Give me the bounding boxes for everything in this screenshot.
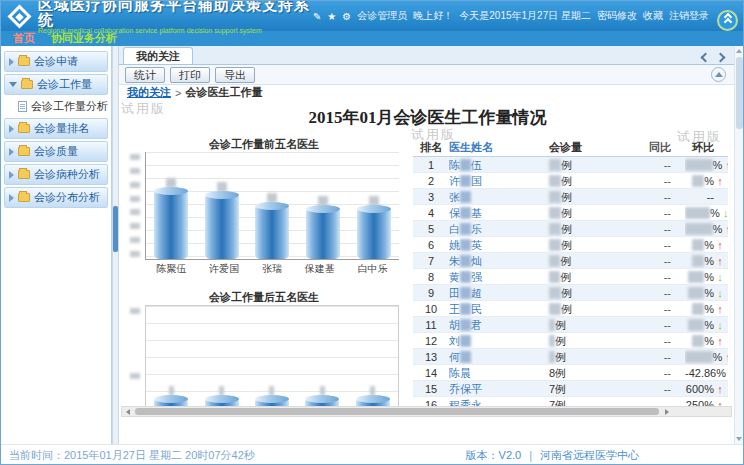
doctor-name-link[interactable]: 何飞 [449, 349, 535, 364]
y-axis-tick-label [130, 237, 140, 243]
bar: 18 [205, 152, 239, 259]
rank-cell: 12 [413, 333, 449, 348]
page-title: 2015年01月会诊医生工作量情况 [125, 106, 730, 129]
toolbar: 统计打印导出 [119, 65, 734, 85]
volume-cell: 7例 [535, 381, 613, 396]
doctor-name-link[interactable]: 陈晨 [449, 365, 535, 380]
x-axis-label: 白中乐 [358, 262, 388, 276]
chevron-right-icon [9, 171, 14, 179]
sidebar-item-1[interactable]: 会诊工作量 [4, 74, 108, 95]
trend-up-icon: ↑ [722, 349, 728, 364]
edit-icon[interactable]: ✎ [313, 11, 321, 22]
app-title: 区域医疗协同服务平台辅助决策支持系统 [38, 0, 313, 27]
table-header-row: 排名医生姓名会诊量同比环比 [413, 137, 728, 157]
nav-tab-home[interactable]: 首页 [13, 31, 35, 46]
doctor-name-link[interactable]: 胡明君 [449, 317, 535, 332]
chevron-down-icon [9, 82, 17, 87]
mom-cell: 250%↑ [685, 397, 728, 406]
yoy-cell: -- [613, 221, 685, 236]
tab-my-focus[interactable]: 我的关注 [123, 47, 193, 64]
collapse-toolbar-button[interactable] [711, 67, 726, 82]
col-doctor-name: 医生姓名 [449, 137, 535, 156]
doctor-name-link[interactable]: 陈聚伍 [449, 157, 535, 172]
horizontal-scroll-thumb[interactable] [135, 408, 659, 415]
volume-cell: 18例 [535, 173, 613, 188]
sidebar-item-0[interactable]: 会诊申请 [4, 51, 108, 72]
mom-cell: 25%↑ [685, 301, 728, 316]
trend-down-icon: ↓ [714, 269, 726, 284]
table-row: 14陈晨8例---42.86%↓ [413, 365, 728, 381]
rank-cell: 8 [413, 269, 449, 284]
folder-icon [18, 124, 30, 133]
document-icon [18, 101, 27, 112]
horizontal-scrollbar[interactable] [121, 406, 732, 417]
doctor-workload-table: 排名医生姓名会诊量同比环比1陈聚伍19例--72.73%↑2许爱国18例--80… [413, 137, 728, 406]
volume-cell: 7例 [535, 397, 613, 406]
bar: 1 [154, 306, 188, 406]
export-button[interactable]: 导出 [215, 67, 255, 83]
tab-scroll-right-icon[interactable] [716, 53, 726, 63]
sidebar-collapse-handle[interactable] [113, 206, 118, 252]
scroll-left-icon[interactable] [122, 407, 133, 416]
change-password-link[interactable]: 密码修改 [597, 9, 637, 23]
volume-cell: 9例 [535, 349, 613, 364]
scroll-right-icon[interactable] [661, 407, 672, 416]
doctor-name-link[interactable]: 乔保平 [449, 381, 535, 396]
sidebar-leaf-2[interactable]: 会诊工作量分析 [15, 97, 108, 116]
yoy-cell: -- [613, 349, 685, 364]
tab-scroll-left-icon[interactable] [701, 53, 711, 63]
logout-link[interactable]: 注销登录 [669, 9, 709, 23]
col-volume: 会诊量 [535, 137, 613, 156]
bar-cylinder [255, 206, 289, 260]
star-icon[interactable]: ★ [327, 11, 336, 22]
vertical-scrollbar[interactable] [734, 46, 743, 444]
sidebar-item-5[interactable]: 会诊病种分析 [4, 164, 108, 185]
y-axis-tick-label [130, 154, 140, 160]
gear-icon[interactable]: ⚙ [342, 11, 351, 22]
stats-button[interactable]: 统计 [125, 67, 165, 83]
mom-cell: -12.5%↓ [685, 205, 728, 220]
rank-cell: 10 [413, 301, 449, 316]
sidebar-item-6[interactable]: 会诊分布分析 [4, 187, 108, 208]
doctor-name-link[interactable]: 姚秀英 [449, 237, 535, 252]
doctor-name-link[interactable]: 朱天灿 [449, 253, 535, 268]
doctor-name-link[interactable]: 黄建强 [449, 269, 535, 284]
chart-plot: 1918151414 [145, 152, 399, 260]
breadcrumb-root-link[interactable]: 我的关注 [127, 85, 171, 100]
sidebar-splitter[interactable] [112, 46, 119, 444]
trend-up-icon: ↑ [714, 173, 726, 188]
table-row: 5白中乐14例--33.33%↑ [413, 221, 728, 237]
scroll-up-icon[interactable] [735, 46, 744, 56]
bar: 1 [255, 306, 289, 406]
user-name: 会诊管理员 [357, 9, 407, 23]
org-link[interactable]: 河南省远程医学中心 [540, 448, 639, 463]
content-panel: 我的关注 统计打印导出 我的关注 > 会诊医生工作量 试用版 试用版 试用版 2… [119, 46, 734, 444]
collapse-header-button[interactable] [717, 10, 738, 31]
sidebar-item-3[interactable]: 会诊量排名 [4, 118, 108, 139]
rank-cell: 3 [413, 189, 449, 204]
favorites-link[interactable]: 收藏 [643, 9, 663, 23]
print-button[interactable]: 打印 [170, 67, 210, 83]
yoy-cell: -- [613, 237, 685, 252]
doctor-name-link[interactable]: 田晓超 [449, 285, 535, 300]
doctor-name-link[interactable]: 程秀永 [449, 397, 535, 406]
doctor-name-link[interactable]: 白中乐 [449, 221, 535, 236]
doctor-name-link[interactable]: 许爱国 [449, 173, 535, 188]
doctor-name-link[interactable]: 保建基 [449, 205, 535, 220]
bar-cylinder [255, 399, 289, 406]
x-axis-label: 保建基 [305, 262, 335, 276]
doctor-name-link[interactable]: 刘军 [449, 333, 535, 348]
report-work-area: 试用版 试用版 试用版 2015年01月会诊医生工作量情况 会诊工作量前五名医生… [119, 100, 734, 406]
vertical-scroll-thumb[interactable] [736, 57, 743, 129]
footer-separator: ｜ [525, 448, 536, 463]
scroll-down-icon[interactable] [735, 434, 744, 444]
chevron-right-icon [9, 58, 14, 66]
doctor-name-link[interactable]: 王丽民 [449, 301, 535, 316]
chart-title: 会诊工作量前五名医生 [125, 137, 403, 152]
doctor-name-link[interactable]: 张瑞 [449, 189, 535, 204]
sidebar-item-4[interactable]: 会诊质量 [4, 141, 108, 162]
chart-bottom5-doctors: 会诊工作量后五名医生11111 [125, 290, 403, 406]
mom-cell: 72.73%↑ [685, 157, 728, 172]
trend-up-icon: ↑ [714, 301, 726, 316]
rank-cell: 5 [413, 221, 449, 236]
